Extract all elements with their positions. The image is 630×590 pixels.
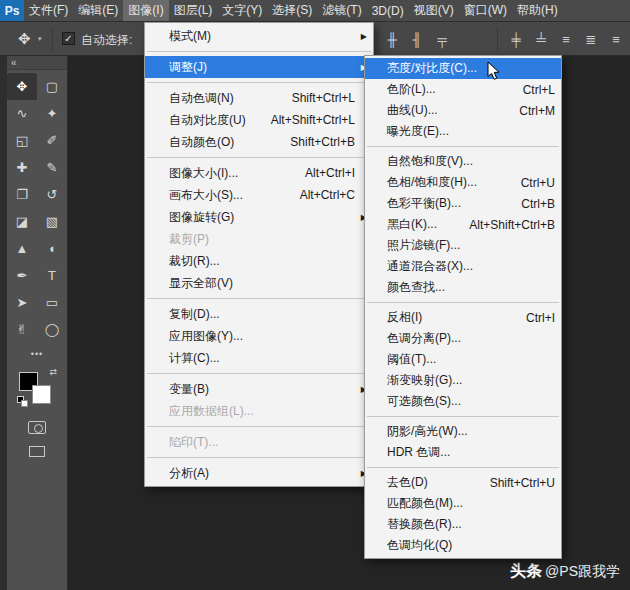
menu-item-equalize[interactable]: 色调均化(Q) xyxy=(365,535,561,556)
align-right-edges-icon[interactable]: ╢ xyxy=(406,28,428,50)
menu-item-variables[interactable]: 变量(B)▶ xyxy=(145,378,373,400)
spot-healing-tool[interactable]: ✚ xyxy=(7,154,37,181)
type-tool[interactable]: T xyxy=(37,262,67,289)
menu-item-adjustments[interactable]: 调整(J)▶ xyxy=(145,56,373,78)
menu-item-auto-contrast[interactable]: 自动对比度(U)Alt+Shift+Ctrl+L xyxy=(145,109,373,131)
shape-tool[interactable]: ▭ xyxy=(37,289,67,316)
default-colors-icon[interactable] xyxy=(17,396,28,407)
zoom-tool[interactable]: ◯ xyxy=(37,316,67,343)
menu-item-hue-saturation[interactable]: 色相/饱和度(H)...Ctrl+U xyxy=(365,172,561,193)
menu-item-gradient-map[interactable]: 渐变映射(G)... xyxy=(365,370,561,391)
menu-item-label: 图像旋转(G) xyxy=(169,209,234,226)
align-vertical-centers-icon[interactable]: ╪ xyxy=(505,28,527,50)
menubar-item-file[interactable]: 文件(F) xyxy=(24,0,73,21)
menu-item-label: 调整(J) xyxy=(169,59,207,76)
menu-item-apply-image[interactable]: 应用图像(Y)... xyxy=(145,325,373,347)
pen-tool[interactable]: ✒ xyxy=(7,262,37,289)
edit-toolbar-icon[interactable]: ••• xyxy=(7,349,67,359)
menu-item-reveal-all[interactable]: 显示全部(V) xyxy=(145,272,373,294)
marquee-tool[interactable]: ▢ xyxy=(37,73,67,100)
menu-item-label: 可选颜色(S)... xyxy=(387,393,461,410)
menubar-item-help[interactable]: 帮助(H) xyxy=(512,0,563,21)
distribute-vcenter-icon[interactable]: ≣ xyxy=(580,28,602,50)
menu-item-invert[interactable]: 反相(I)Ctrl+I xyxy=(365,307,561,328)
move-tool[interactable]: ✥ xyxy=(7,73,37,100)
clone-stamp-tool[interactable]: ❐ xyxy=(7,181,37,208)
menu-item-photo-filter[interactable]: 照片滤镜(F)... xyxy=(365,235,561,256)
tool-preset-caret-icon[interactable]: ▾ xyxy=(38,35,42,43)
lasso-tool[interactable]: ∿ xyxy=(7,100,37,127)
menu-item-channel-mixer[interactable]: 通道混合器(X)... xyxy=(365,256,561,277)
brush-tool-icon: ✎ xyxy=(47,160,58,175)
menu-item-match-color[interactable]: 匹配颜色(M)... xyxy=(365,493,561,514)
menubar-item-select[interactable]: 选择(S) xyxy=(267,0,317,21)
menu-item-hdr-toning[interactable]: HDR 色调... xyxy=(365,442,561,463)
menu-item-label: 通道混合器(X)... xyxy=(387,258,473,275)
switch-colors-icon[interactable]: ⇄ xyxy=(49,367,57,377)
lasso-tool-icon: ∿ xyxy=(17,106,28,121)
collapse-panel-icon[interactable]: « xyxy=(11,57,17,68)
dodge-tool[interactable]: ◖ xyxy=(37,235,67,262)
menu-item-shortcut: Ctrl+M xyxy=(507,104,555,118)
hand-tool[interactable]: ✌ xyxy=(7,316,37,343)
menu-item-shadows-highlights[interactable]: 阴影/高光(W)... xyxy=(365,421,561,442)
menubar-item-window[interactable]: 窗口(W) xyxy=(459,0,512,21)
menu-item-auto-tone[interactable]: 自动色调(N)Shift+Ctrl+L xyxy=(145,87,373,109)
menu-item-replace-color[interactable]: 替换颜色(R)... xyxy=(365,514,561,535)
menu-item-curves[interactable]: 曲线(U)...Ctrl+M xyxy=(365,100,561,121)
menu-item-image-size[interactable]: 图像大小(I)...Alt+Ctrl+I xyxy=(145,162,373,184)
menu-item-shortcut: Shift+Ctrl+U xyxy=(478,476,555,490)
distribute-bottom-icon[interactable]: ≡ xyxy=(605,28,627,50)
menu-item-duplicate[interactable]: 复制(D)... xyxy=(145,303,373,325)
ps-logo[interactable]: Ps xyxy=(0,0,24,21)
menu-item-vibrance[interactable]: 自然饱和度(V)... xyxy=(365,151,561,172)
auto-select-checkbox[interactable]: ✓ xyxy=(62,32,75,45)
align-horizontal-centers-icon[interactable]: ╫ xyxy=(381,28,403,50)
menu-item-posterize[interactable]: 色调分离(P)... xyxy=(365,328,561,349)
menubar-item-3d[interactable]: 3D(D) xyxy=(367,0,409,21)
align-bottom-edges-icon[interactable]: ╧ xyxy=(530,28,552,50)
menu-item-desaturate[interactable]: 去色(D)Shift+Ctrl+U xyxy=(365,472,561,493)
align-top-edges-icon[interactable]: ╤ xyxy=(431,28,453,50)
menubar-item-type[interactable]: 文字(Y) xyxy=(217,0,267,21)
menu-item-brightness-contrast[interactable]: 亮度/对比度(C)... xyxy=(365,58,561,79)
menu-item-exposure[interactable]: 曝光度(E)... xyxy=(365,121,561,142)
crop-tool[interactable]: ◱ xyxy=(7,127,37,154)
menubar-item-edit[interactable]: 编辑(E) xyxy=(73,0,123,21)
eraser-tool[interactable]: ◪ xyxy=(7,208,37,235)
menu-item-trim[interactable]: 裁切(R)... xyxy=(145,250,373,272)
menubar-item-layer[interactable]: 图层(L) xyxy=(169,0,218,21)
menu-item-label: 色调均化(Q) xyxy=(387,537,452,554)
menu-item-label: HDR 色调... xyxy=(387,444,450,461)
blur-tool[interactable]: ▲ xyxy=(7,235,37,262)
menu-item-mode[interactable]: 模式(M)▶ xyxy=(145,25,373,47)
menu-item-label: 替换颜色(R)... xyxy=(387,516,462,533)
menu-item-analysis[interactable]: 分析(A)▶ xyxy=(145,462,373,484)
history-brush-tool[interactable]: ↺ xyxy=(37,181,67,208)
menu-item-auto-color[interactable]: 自动颜色(O)Shift+Ctrl+B xyxy=(145,131,373,153)
background-color-swatch[interactable] xyxy=(32,385,51,404)
menu-item-trap: 陷印(T)... xyxy=(145,431,373,453)
quick-selection-tool[interactable]: ✦ xyxy=(37,100,67,127)
menu-item-threshold[interactable]: 阈值(T)... xyxy=(365,349,561,370)
menubar-item-view[interactable]: 视图(V) xyxy=(409,0,459,21)
adjustments-submenu-items: 亮度/对比度(C)...色阶(L)...Ctrl+L曲线(U)...Ctrl+M… xyxy=(365,58,561,556)
move-tool-preset-icon[interactable]: ✥ xyxy=(18,30,31,48)
path-selection-tool[interactable]: ➤ xyxy=(7,289,37,316)
menu-item-levels[interactable]: 色阶(L)...Ctrl+L xyxy=(365,79,561,100)
menu-item-canvas-size[interactable]: 画布大小(S)...Alt+Ctrl+C xyxy=(145,184,373,206)
eyedropper-tool[interactable]: ✐ xyxy=(37,127,67,154)
quick-mask-icon[interactable] xyxy=(28,421,46,434)
menu-item-image-rotation[interactable]: 图像旋转(G)▶ xyxy=(145,206,373,228)
brush-tool[interactable]: ✎ xyxy=(37,154,67,181)
gradient-tool[interactable]: ▧ xyxy=(37,208,67,235)
menu-item-selective-color[interactable]: 可选颜色(S)... xyxy=(365,391,561,412)
menubar-item-filter[interactable]: 滤镜(T) xyxy=(317,0,366,21)
menu-item-color-balance[interactable]: 色彩平衡(B)...Ctrl+B xyxy=(365,193,561,214)
menu-item-color-lookup[interactable]: 颜色查找... xyxy=(365,277,561,298)
screen-mode-icon[interactable] xyxy=(29,446,45,457)
menu-item-black-white[interactable]: 黑白(K)...Alt+Shift+Ctrl+B xyxy=(365,214,561,235)
distribute-top-icon[interactable]: ≡ xyxy=(555,28,577,50)
menubar-item-image[interactable]: 图像(I) xyxy=(123,0,168,21)
menu-item-calculations[interactable]: 计算(C)... xyxy=(145,347,373,369)
